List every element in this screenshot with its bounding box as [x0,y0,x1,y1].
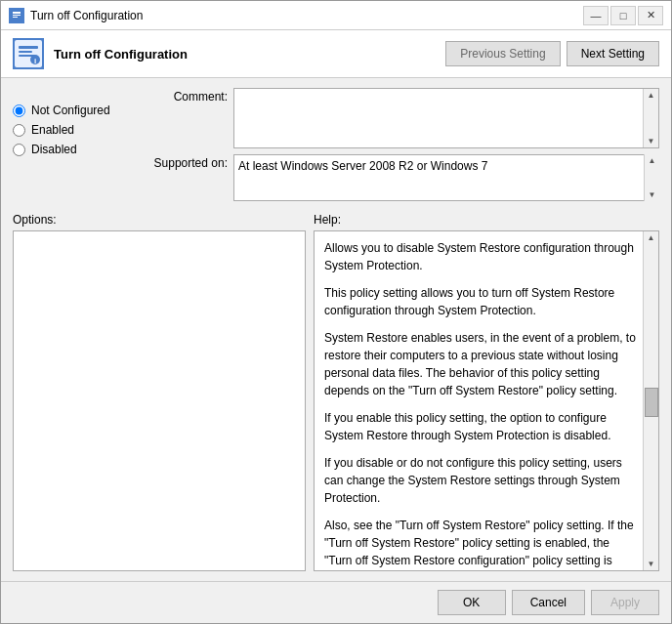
svg-rect-3 [13,17,18,18]
window-icon [9,8,24,23]
help-panel: Help: Allows you to disable System Resto… [314,213,659,571]
comment-textarea[interactable] [234,89,643,147]
top-section: Not Configured Enabled Disabled Comment: [13,88,659,201]
help-para-2: This policy setting allows you to turn o… [324,284,639,319]
main-window: Turn off Configuration — □ ✕ i Turn off … [0,0,672,624]
close-button[interactable]: ✕ [638,6,663,25]
support-scroll-down[interactable]: ▼ [649,190,656,201]
header-icon: i [13,38,44,69]
help-text: Allows you to disable System Restore con… [315,231,658,570]
options-help-section: Options: Help: Allows you to disable Sys… [13,213,659,571]
header-buttons: Previous Setting Next Setting [445,41,659,66]
support-scrollbar: ▲ ▼ [644,154,659,201]
radio-not-configured[interactable]: Not Configured [13,104,140,117]
options-header: Options: [13,213,306,227]
support-box: At least Windows Server 2008 R2 or Windo… [233,154,659,201]
help-scroll-thumb[interactable] [645,388,658,417]
window-controls: — □ ✕ [583,6,663,25]
options-box [13,230,306,571]
svg-rect-1 [13,12,21,14]
radio-disabled[interactable]: Disabled [13,143,140,156]
svg-rect-2 [13,15,21,16]
help-scroll-down[interactable]: ▼ [648,560,655,570]
support-scroll-up[interactable]: ▲ [649,154,656,165]
radio-enabled[interactable]: Enabled [13,123,140,137]
help-para-6: Also, see the "Turn off System Restore" … [324,517,639,570]
comment-box: ▲ ▼ [233,88,659,148]
fields-section: Comment: ▲ ▼ Supported on: [149,88,659,201]
comment-row: Comment: ▲ ▼ [149,88,659,148]
supported-label: Supported on: [149,154,228,170]
radio-enabled-label: Enabled [31,123,74,137]
help-header: Help: [314,213,659,227]
title-bar: Turn off Configuration — □ ✕ [1,1,671,30]
ok-button[interactable]: OK [438,590,506,615]
next-setting-button[interactable]: Next Setting [567,41,659,66]
comment-scrollbar: ▲ ▼ [643,89,658,147]
radio-enabled-input[interactable] [13,124,25,137]
supported-row: Supported on: At least Windows Server 20… [149,154,659,201]
support-value: At least Windows Server 2008 R2 or Windo… [238,159,487,173]
radio-not-configured-label: Not Configured [31,104,110,117]
minimize-button[interactable]: — [583,6,609,25]
cancel-button[interactable]: Cancel [512,590,585,615]
svg-text:i: i [34,57,36,65]
radio-disabled-label: Disabled [31,143,77,156]
comment-wrapper: ▲ ▼ [233,88,659,148]
help-para-3: System Restore enables users, in the eve… [324,329,639,399]
options-panel: Options: [13,213,306,571]
help-para-1: Allows you to disable System Restore con… [324,239,639,274]
svg-rect-6 [19,51,32,53]
header-title: Turn off Configuration [54,47,436,62]
help-para-4: If you enable this policy setting, the o… [324,409,639,444]
bottom-bar: OK Cancel Apply [1,581,671,623]
help-box: Allows you to disable System Restore con… [314,230,659,571]
help-scroll-up[interactable]: ▲ [648,231,655,242]
header-bar: i Turn off Configuration Previous Settin… [1,30,671,78]
comment-scroll-down[interactable]: ▼ [648,137,655,147]
radio-disabled-input[interactable] [13,144,25,156]
help-scrollbar: ▲ ▼ [643,231,658,570]
maximize-button[interactable]: □ [610,6,636,25]
comment-label: Comment: [149,88,228,104]
svg-rect-5 [19,46,38,49]
comment-scroll-up[interactable]: ▲ [648,89,655,100]
radio-not-configured-input[interactable] [13,104,25,117]
apply-button[interactable]: Apply [591,590,659,615]
window-title: Turn off Configuration [30,9,583,22]
previous-setting-button[interactable]: Previous Setting [445,41,560,66]
support-wrapper: At least Windows Server 2008 R2 or Windo… [233,154,659,201]
help-para-5: If you disable or do not configure this … [324,454,639,507]
radio-group: Not Configured Enabled Disabled [13,88,140,201]
content-area: Not Configured Enabled Disabled Comment: [1,78,671,581]
